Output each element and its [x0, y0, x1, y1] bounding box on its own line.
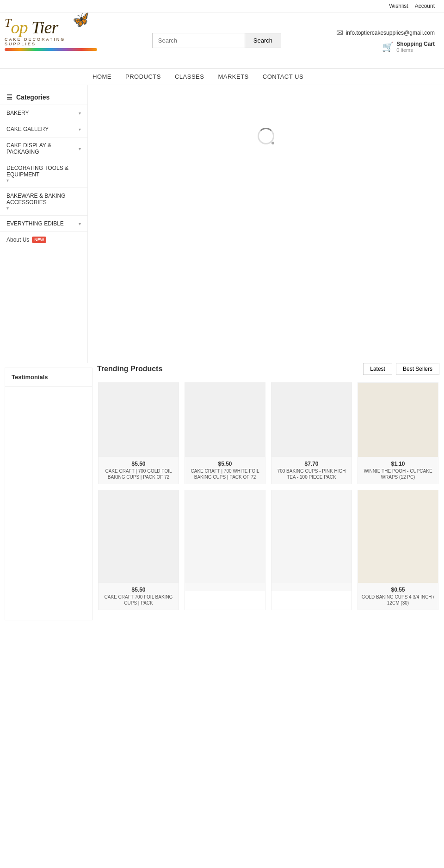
wishlist-link[interactable]: Wishlist [389, 3, 408, 9]
product-name-5: CAKE CRAFT 700 FOIL BAKING CUPS | PACK [101, 594, 176, 606]
sidebar-header: ☰ Categories [0, 90, 87, 105]
loading-area [92, 90, 439, 182]
product-info-4: $1.10 WINNIE THE POOH - CUPCAKE WRAPS (1… [358, 457, 438, 484]
product-price-5: $5.50 [101, 587, 176, 593]
logo-subtitle: CAKE DECORATING SUPPLIES [5, 37, 97, 46]
chevron-icon: ▾ [79, 146, 81, 151]
email-icon: ✉ [336, 28, 343, 38]
product-info-5: $5.50 CAKE CRAFT 700 FOIL BAKING CUPS | … [99, 583, 179, 610]
bakery-label: BAKERY [6, 110, 29, 116]
product-price-8: $0.55 [361, 587, 435, 593]
sidebar-item-bakery[interactable]: BAKERY ▾ [0, 105, 87, 121]
sidebar-about[interactable]: About Us NEW [0, 232, 87, 248]
product-info-7 [271, 583, 352, 591]
email-address: info.toptiercakesupplies@gmail.com [346, 30, 435, 36]
sidebar-item-bakeware[interactable]: BAKEWARE & BAKING ACCESSORIES ▾ [0, 188, 87, 216]
product-info-6 [185, 583, 265, 591]
nav-markets[interactable]: MARKETS [218, 73, 248, 80]
spinner [258, 128, 274, 144]
categories-label: Categories [16, 94, 49, 101]
testimonials-header: Testimonials [5, 368, 92, 387]
product-card-5[interactable]: $5.50 CAKE CRAFT 700 FOIL BAKING CUPS | … [98, 490, 179, 610]
new-badge: NEW [32, 237, 46, 243]
product-info-2: $5.50 CAKE CRAFT | 700 WHITE FOIL BAKING… [185, 457, 265, 484]
product-card-1[interactable]: $5.50 CAKE CRAFT | 700 GOLD FOIL BAKING … [98, 382, 179, 484]
product-name-3: 700 BAKING CUPS - PINK HIGH TEA - 100 PI… [274, 468, 349, 480]
sidebar-item-decorating-tools[interactable]: DECORATING TOOLS & EQUIPMENT ▾ [0, 160, 87, 188]
header: Top Tier 🦋 CAKE DECORATING SUPPLIES Sear… [0, 12, 444, 68]
trending-section: Trending Products Latest Best Sellers $5… [92, 363, 444, 620]
logo[interactable]: Top Tier 🦋 CAKE DECORATING SUPPLIES [5, 17, 97, 63]
product-card-4[interactable]: $1.10 WINNIE THE POOH - CUPCAKE WRAPS (1… [358, 382, 438, 484]
trending-filters: Latest Best Sellers [363, 363, 439, 375]
product-card-2[interactable]: $5.50 CAKE CRAFT | 700 WHITE FOIL BAKING… [185, 382, 265, 484]
product-name-1: CAKE CRAFT | 700 GOLD FOIL BAKING CUPS |… [101, 468, 176, 480]
sidebar-item-cake-display[interactable]: CAKE DISPLAY & PACKAGING ▾ [0, 137, 87, 160]
contact-area: ✉ info.toptiercakesupplies@gmail.com 🛒 S… [336, 28, 435, 53]
sidebar-item-cake-gallery[interactable]: CAKE GALLERY ▾ [0, 121, 87, 137]
product-price-3: $7.70 [274, 461, 349, 467]
account-link[interactable]: Account [415, 3, 435, 9]
chevron-icon: ▾ [6, 178, 9, 183]
chevron-icon: ▾ [79, 111, 81, 116]
cart-row[interactable]: 🛒 Shopping Cart 0 items [382, 41, 435, 53]
product-price-4: $1.10 [361, 461, 435, 467]
cart-label: Shopping Cart [396, 41, 435, 47]
product-price-2: $5.50 [188, 461, 262, 467]
bottom-section: Testimonials Trending Products Latest Be… [0, 363, 444, 620]
product-card-3[interactable]: $7.70 700 BAKING CUPS - PINK HIGH TEA - … [271, 382, 352, 484]
main-layout: ☰ Categories BAKERY ▾ CAKE GALLERY ▾ CAK… [0, 85, 444, 363]
search-input[interactable] [152, 33, 245, 48]
product-name-8: GOLD BAKING CUPS 4 3/4 INCH / 12CM (30) [361, 594, 435, 606]
chevron-icon: ▾ [79, 221, 81, 226]
product-card-6[interactable] [185, 490, 265, 610]
cart-count: 0 items [396, 47, 435, 53]
product-card-7[interactable] [271, 490, 352, 610]
product-price-1: $5.50 [101, 461, 176, 467]
cake-gallery-label: CAKE GALLERY [6, 126, 49, 132]
product-info-8: $0.55 GOLD BAKING CUPS 4 3/4 INCH / 12CM… [358, 583, 438, 610]
chevron-icon: ▾ [79, 127, 81, 132]
chevron-icon: ▾ [6, 206, 9, 211]
product-info-3: $7.70 700 BAKING CUPS - PINK HIGH TEA - … [271, 457, 352, 484]
nav-bar: HOME PRODUCTS CLASSES MARKETS CONTACT US [0, 68, 444, 85]
cart-icon: 🛒 [382, 41, 394, 52]
testimonials-section: Testimonials [5, 368, 92, 620]
email-row: ✉ info.toptiercakesupplies@gmail.com [336, 28, 435, 38]
content-area [88, 85, 444, 363]
trending-title: Trending Products [97, 365, 162, 373]
menu-icon: ☰ [6, 94, 12, 101]
nav-home[interactable]: HOME [92, 73, 111, 80]
nav-contact[interactable]: CONTACT US [263, 73, 303, 80]
sidebar-item-everything-edible[interactable]: EVERYTHING EDIBLE ▾ [0, 216, 87, 232]
top-bar: Wishlist Account [0, 0, 444, 12]
everything-edible-label: EVERYTHING EDIBLE [6, 220, 64, 227]
search-button[interactable]: Search [245, 33, 281, 48]
bakeware-label: BAKEWARE & BAKING ACCESSORIES [6, 193, 81, 206]
product-grid-row2: $5.50 CAKE CRAFT 700 FOIL BAKING CUPS | … [97, 489, 439, 611]
nav-products[interactable]: PRODUCTS [125, 73, 161, 80]
sidebar: ☰ Categories BAKERY ▾ CAKE GALLERY ▾ CAK… [0, 85, 88, 363]
trending-header: Trending Products Latest Best Sellers [97, 363, 439, 375]
filter-best-sellers[interactable]: Best Sellers [396, 363, 439, 375]
filter-latest[interactable]: Latest [363, 363, 392, 375]
product-name-4: WINNIE THE POOH - CUPCAKE WRAPS (12 PC) [361, 468, 435, 480]
nav-classes[interactable]: CLASSES [175, 73, 204, 80]
about-label: About Us [6, 237, 29, 243]
decorating-tools-label: DECORATING TOOLS & EQUIPMENT [6, 165, 81, 178]
product-name-2: CAKE CRAFT | 700 WHITE FOIL BAKING CUPS … [188, 468, 262, 480]
product-info-1: $5.50 CAKE CRAFT | 700 GOLD FOIL BAKING … [99, 457, 179, 484]
search-area: Search [152, 33, 281, 48]
cake-display-label: CAKE DISPLAY & PACKAGING [6, 142, 79, 155]
product-grid-row1: $5.50 CAKE CRAFT | 700 GOLD FOIL BAKING … [97, 381, 439, 485]
product-card-8[interactable]: $0.55 GOLD BAKING CUPS 4 3/4 INCH / 12CM… [358, 490, 438, 610]
